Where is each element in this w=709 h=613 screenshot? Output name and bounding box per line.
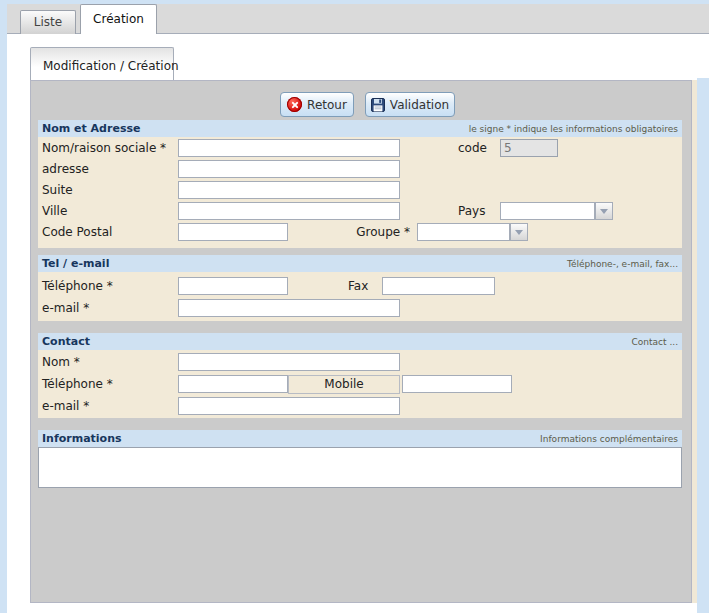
- main-tab-bar: Liste Création: [7, 4, 709, 34]
- contact-nom-label: Nom *: [42, 353, 80, 371]
- tab-creation[interactable]: Création: [80, 4, 157, 34]
- section-hint: Contact ...: [632, 337, 678, 347]
- suite-label: Suite: [42, 181, 73, 199]
- pays-dropdown-arrow-icon[interactable]: [595, 202, 613, 220]
- section-header-nom-et-adresse: Nom et Adresse le signe * indique les in…: [38, 120, 682, 137]
- informations-textarea[interactable]: [38, 447, 682, 488]
- fax-input[interactable]: [382, 277, 495, 295]
- pays-input[interactable]: [500, 202, 595, 220]
- section-hint: Téléphone-, e-mail, fax...: [567, 259, 678, 269]
- contact-nom-input[interactable]: [178, 353, 400, 371]
- nom-raison-sociale-label: Nom/raison sociale *: [42, 139, 166, 157]
- section-hint: Informations complémentaires: [540, 434, 678, 444]
- telephone-label: Téléphone *: [42, 277, 113, 295]
- code-input: [500, 139, 558, 157]
- adresse-input[interactable]: [178, 160, 400, 178]
- email-label: e-mail *: [42, 299, 89, 317]
- section-nom-et-adresse: Nom et Adresse le signe * indique les in…: [38, 120, 682, 248]
- section-hint: le signe * indique les informations obli…: [469, 124, 678, 134]
- section-title: Nom et Adresse: [42, 122, 140, 135]
- section-title: Informations: [42, 432, 122, 445]
- validation-button-label: Validation: [390, 98, 449, 112]
- mobile-label: Mobile: [324, 377, 363, 391]
- frame-right-border: [697, 78, 709, 613]
- tab-liste[interactable]: Liste: [20, 10, 76, 34]
- section-title: Tel / e-mail: [42, 257, 109, 270]
- contact-email-input[interactable]: [178, 397, 400, 415]
- section-body-tel-email: Téléphone * Fax e-mail *: [38, 272, 682, 321]
- form-edge-strip: [692, 80, 697, 603]
- groupe-combobox[interactable]: [417, 223, 528, 241]
- mobile-label-cell: Mobile: [288, 375, 400, 394]
- contact-telephone-label: Téléphone *: [42, 375, 113, 393]
- adresse-label: adresse: [42, 160, 89, 178]
- error-circle-x-icon: [287, 97, 302, 112]
- section-body-contact: Nom * Téléphone * Mobile e-mail *: [38, 350, 682, 418]
- section-header-tel-email: Tel / e-mail Téléphone-, e-mail, fax...: [38, 255, 682, 272]
- ville-input[interactable]: [178, 202, 400, 220]
- groupe-label: Groupe *: [298, 223, 410, 241]
- retour-button[interactable]: Retour: [280, 92, 354, 117]
- fax-label: Fax: [348, 277, 368, 295]
- telephone-input[interactable]: [178, 277, 288, 295]
- groupe-input[interactable]: [417, 223, 510, 241]
- section-tel-email: Tel / e-mail Téléphone-, e-mail, fax... …: [38, 255, 682, 321]
- retour-button-label: Retour: [307, 98, 347, 112]
- contact-email-label: e-mail *: [42, 397, 89, 415]
- pays-label: Pays: [458, 202, 485, 220]
- section-header-contact: Contact Contact ...: [38, 333, 682, 350]
- tab-modification-creation[interactable]: Modification / Création: [30, 47, 174, 80]
- section-contact: Contact Contact ... Nom * Téléphone * Mo…: [38, 333, 682, 418]
- code-postal-label: Code Postal: [42, 223, 112, 241]
- nom-raison-sociale-input[interactable]: [178, 139, 400, 157]
- validation-button[interactable]: Validation: [365, 92, 455, 117]
- frame-left-border: [0, 0, 7, 613]
- ville-label: Ville: [42, 202, 67, 220]
- mobile-input[interactable]: [402, 375, 512, 393]
- application-window: Liste Création Modification / Création R…: [0, 0, 709, 613]
- groupe-dropdown-arrow-icon[interactable]: [510, 223, 528, 241]
- save-floppy-icon: [371, 98, 385, 112]
- section-body-nom-et-adresse: Nom/raison sociale * code adresse Suite …: [38, 137, 682, 248]
- pays-combobox[interactable]: [500, 202, 613, 220]
- suite-input[interactable]: [178, 181, 400, 199]
- section-title: Contact: [42, 335, 90, 348]
- section-informations: Informations Informations complémentaire…: [38, 430, 682, 489]
- contact-telephone-input[interactable]: [178, 375, 288, 393]
- section-header-informations: Informations Informations complémentaire…: [38, 430, 682, 447]
- email-input[interactable]: [178, 299, 400, 317]
- code-label: code: [458, 139, 487, 157]
- code-postal-input[interactable]: [178, 223, 288, 241]
- subtab-label: Modification / Création: [43, 59, 179, 73]
